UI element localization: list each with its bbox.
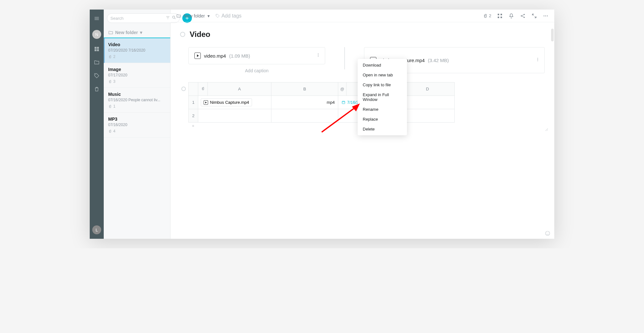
breadcrumb-label: New folder [184,13,205,18]
sidebar-top [104,10,170,27]
table-resize-handle[interactable] [545,127,549,131]
svg-point-7 [521,15,522,16]
page-checkbox[interactable] [180,32,185,37]
context-menu-download[interactable]: Download [358,60,407,70]
cell-a2[interactable] [198,109,271,123]
svg-rect-6 [500,17,502,18]
attachment-size: (3.42 MB) [428,58,449,63]
note-attachment-count: 2 [108,54,166,59]
context-menu-open-new-tab[interactable]: Open in new tab [358,70,407,80]
add-tags-button[interactable]: Add tags [215,13,242,19]
folder-selector[interactable]: New folder ▾ [104,27,170,38]
cell-a1[interactable]: Nimbus Capture.mp4 [198,96,271,109]
column-header-d[interactable]: D [401,82,455,96]
scrollbar[interactable] [550,29,554,236]
cursor-divider [344,47,345,69]
cell-d2[interactable] [401,109,455,123]
note-attachment-count: 1 [108,104,166,109]
trash-icon[interactable] [94,86,100,92]
svg-point-16 [537,58,538,59]
svg-point-10 [543,15,544,16]
bell-icon[interactable] [508,13,514,19]
video-file-icon [204,100,208,105]
topbar-actions: 2 [483,13,549,19]
apps-icon[interactable] [497,13,503,19]
attachment-more-icon[interactable] [316,53,320,59]
column-header-b[interactable]: B [271,82,338,96]
search-input[interactable] [110,16,164,21]
note-date: 07/16/2020 [108,123,166,127]
note-title: Music [108,92,166,97]
svg-point-24 [548,233,549,233]
svg-rect-4 [500,14,502,15]
note-date: 07/16/2020 People cannot liv... [108,98,166,102]
tag-icon[interactable] [94,73,100,79]
add-tags-label: Add tags [221,13,242,19]
page-title[interactable]: Video [190,30,210,39]
table-row[interactable]: 1 Nimbus Capture.mp4 mp4 7/16/2020 [189,96,455,109]
breadcrumb[interactable]: New folder ▾ [176,13,210,18]
caption-input[interactable]: Add caption [188,68,325,73]
hamburger-icon[interactable] [94,15,100,22]
attachment-size: (1.09 MB) [229,53,250,59]
context-menu: Download Open in new tab Copy link to fi… [358,59,407,135]
add-row-handle[interactable]: ≡ [188,123,198,128]
column-header-a[interactable]: A [208,82,271,96]
svg-point-23 [547,233,547,233]
svg-point-13 [318,53,318,54]
left-rail: N L [90,10,104,239]
sidebar: New folder ▾ Video 07/20/2020 7/16/2020 … [104,10,171,239]
emoji-icon[interactable] [545,230,550,236]
page-header: Video [180,30,545,39]
attachment-more-icon[interactable] [536,57,540,63]
note-item-image[interactable]: Image 07/17/2020 3 [104,63,170,88]
svg-point-14 [318,55,318,55]
context-menu-replace[interactable]: Replace [358,114,407,124]
svg-point-11 [545,15,546,16]
search-box[interactable] [107,13,180,23]
context-menu-rename[interactable]: Rename [358,104,407,114]
note-attachment-count: 3 [108,79,166,84]
more-icon[interactable] [543,13,549,19]
context-menu-delete[interactable]: Delete [358,124,407,134]
folder-icon[interactable] [94,59,100,66]
share-icon[interactable] [520,13,526,19]
user-avatar[interactable]: L [92,225,101,234]
table-checkbox[interactable] [181,87,186,91]
note-item-video[interactable]: Video 07/20/2020 7/16/2020 2 [104,38,170,63]
svg-point-0 [95,74,96,75]
attachment-count-button[interactable]: 2 [483,13,491,18]
topbar: New folder ▾ Add tags 2 [171,10,554,22]
svg-rect-19 [342,101,345,104]
attachment-column-icon [198,82,208,96]
attachment-name: video.mp4 [204,53,226,59]
chevron-down-icon: ▾ [207,13,210,18]
note-item-mp3[interactable]: MP3 07/16/2020 4 [104,113,170,138]
note-item-music[interactable]: Music 07/16/2020 People cannot liv... 1 [104,88,170,113]
note-title: Image [108,67,166,72]
svg-point-18 [537,60,538,61]
row-number: 2 [189,109,198,123]
data-table: A B @ C D 1 Nimbus Capture.mp4 mp4 7/16 [188,82,455,123]
note-title: Video [108,42,166,47]
cell-b2[interactable] [271,109,338,123]
expand-icon[interactable] [531,13,537,19]
context-menu-copy-link[interactable]: Copy link to file [358,80,407,90]
attachment-card-1[interactable]: video.mp4 (1.09 MB) [188,47,325,64]
cell-d1[interactable] [401,96,455,109]
grid-icon[interactable] [94,46,100,52]
svg-point-12 [547,15,548,16]
svg-point-2 [216,15,217,15]
svg-point-9 [524,17,525,18]
svg-point-8 [524,14,525,15]
workspace-avatar[interactable]: N [92,30,101,39]
filter-icon[interactable] [166,15,170,21]
svg-rect-5 [498,17,499,18]
cell-b1[interactable]: mp4 [271,96,338,109]
context-menu-expand[interactable]: Expand in Full Window [358,90,407,104]
video-file-icon [194,53,201,59]
table-row[interactable]: 2 [189,109,455,123]
scrollbar-thumb[interactable] [551,29,554,41]
app-window: N L [90,10,554,239]
row-number: 1 [189,96,198,109]
